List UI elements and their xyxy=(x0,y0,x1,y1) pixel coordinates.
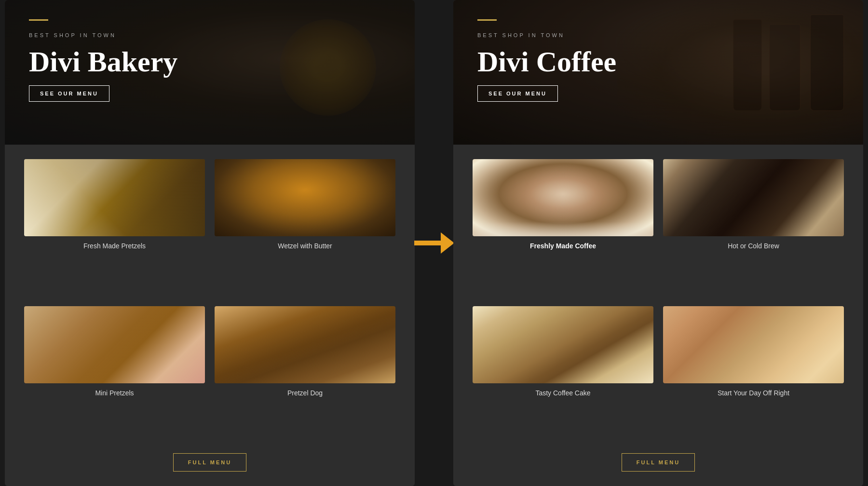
bakery-items-grid: Fresh Made Pretzels Wetzel with Butter M… xyxy=(24,159,395,444)
bakery-hero-content: BEST SHOP IN TOWN Divi Bakery SEE OUR ME… xyxy=(5,0,415,121)
bakery-item-label-1: Fresh Made Pretzels xyxy=(83,242,146,250)
bakery-grid-section: Fresh Made Pretzels Wetzel with Butter M… xyxy=(5,145,415,486)
coffee-menu-button[interactable]: SEE OUR MENU xyxy=(477,85,558,102)
coffee-full-menu-area: FULL MENU xyxy=(473,444,844,476)
list-item: Start Your Day Off Right xyxy=(663,306,844,444)
coffee-subtitle: BEST SHOP IN TOWN xyxy=(477,32,839,38)
bakery-item-image-1 xyxy=(24,159,205,236)
coffee-panel: BEST SHOP IN TOWN Divi Coffee SEE OUR ME… xyxy=(453,0,863,486)
main-container: BEST SHOP IN TOWN Divi Bakery SEE OUR ME… xyxy=(0,0,868,486)
coffee-hero-accent-line xyxy=(477,19,497,21)
coffee-item-label-2: Hot or Cold Brew xyxy=(728,242,779,250)
bakery-full-menu-button[interactable]: FULL MENU xyxy=(173,453,246,472)
list-item: Fresh Made Pretzels xyxy=(24,159,205,297)
coffee-item-image-1 xyxy=(473,159,653,236)
direction-arrow xyxy=(414,232,454,254)
bakery-item-image-2 xyxy=(215,159,395,236)
coffee-item-label-1: Freshly Made Coffee xyxy=(530,242,596,250)
coffee-full-menu-button[interactable]: FULL MENU xyxy=(622,453,695,472)
coffee-item-image-2 xyxy=(663,159,844,236)
arrow-shaft xyxy=(414,241,441,245)
coffee-hero: BEST SHOP IN TOWN Divi Coffee SEE OUR ME… xyxy=(453,0,863,145)
list-item: Mini Pretzels xyxy=(24,306,205,444)
hero-accent-line xyxy=(29,19,48,21)
bakery-menu-button[interactable]: SEE OUR MENU xyxy=(29,85,109,102)
arrow-container xyxy=(415,232,453,254)
coffee-items-grid: Freshly Made Coffee Hot or Cold Brew Tas… xyxy=(473,159,844,444)
list-item: Freshly Made Coffee xyxy=(473,159,653,297)
list-item: Wetzel with Butter xyxy=(215,159,395,297)
coffee-item-label-3: Tasty Coffee Cake xyxy=(535,389,590,397)
coffee-item-image-4 xyxy=(663,306,844,383)
bakery-item-label-2: Wetzel with Butter xyxy=(278,242,332,250)
bakery-item-label-3: Mini Pretzels xyxy=(95,389,134,397)
arrow-head xyxy=(441,232,454,254)
coffee-item-image-3 xyxy=(473,306,653,383)
coffee-item-label-4: Start Your Day Off Right xyxy=(718,389,789,397)
list-item: Hot or Cold Brew xyxy=(663,159,844,297)
bakery-item-image-4 xyxy=(215,306,395,383)
bakery-subtitle: BEST SHOP IN TOWN xyxy=(29,32,391,38)
coffee-grid-section: Freshly Made Coffee Hot or Cold Brew Tas… xyxy=(453,145,863,486)
coffee-hero-content: BEST SHOP IN TOWN Divi Coffee SEE OUR ME… xyxy=(453,0,863,121)
bakery-item-label-4: Pretzel Dog xyxy=(287,389,323,397)
bakery-title: Divi Bakery xyxy=(29,46,391,78)
bakery-item-image-3 xyxy=(24,306,205,383)
coffee-title: Divi Coffee xyxy=(477,46,839,78)
bakery-full-menu-area: FULL MENU xyxy=(24,444,395,476)
bakery-hero: BEST SHOP IN TOWN Divi Bakery SEE OUR ME… xyxy=(5,0,415,145)
list-item: Tasty Coffee Cake xyxy=(473,306,653,444)
list-item: Pretzel Dog xyxy=(215,306,395,444)
bakery-panel: BEST SHOP IN TOWN Divi Bakery SEE OUR ME… xyxy=(5,0,415,486)
